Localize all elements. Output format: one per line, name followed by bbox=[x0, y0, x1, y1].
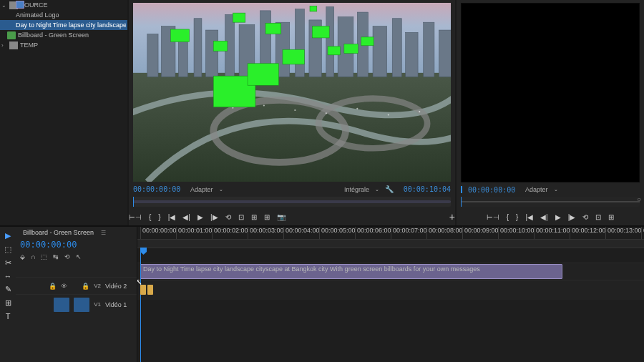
fit-dropdown[interactable]: Adapter bbox=[187, 185, 216, 194]
program-timecode-in[interactable] bbox=[468, 186, 519, 194]
svg-rect-20 bbox=[439, 30, 451, 77]
tl-tool-1[interactable]: ∩ bbox=[31, 253, 35, 260]
svg-rect-2 bbox=[147, 34, 158, 77]
playhead-head-icon[interactable] bbox=[140, 248, 147, 255]
tool-3[interactable]: ↔ bbox=[4, 272, 12, 280]
project-panel[interactable]: ⌄ SOURCE Animated Logo Day to Night Time… bbox=[0, 0, 127, 225]
clip-day-to-night[interactable]: Day to Night Time lapse city landscape c… bbox=[0, 20, 127, 30]
tool-0[interactable]: ▶ bbox=[5, 231, 11, 240]
insert[interactable]: ⊡ bbox=[238, 213, 244, 221]
step-fwd[interactable]: |▶ bbox=[210, 213, 218, 221]
go-out[interactable]: } bbox=[158, 213, 160, 221]
play-back[interactable]: ◀| bbox=[540, 213, 548, 221]
tool-4[interactable]: ✎ bbox=[5, 285, 11, 294]
time-ruler[interactable]: 00:00:00:0000:00:01:0000:00:02:0000:00:0… bbox=[137, 227, 644, 240]
collapse-arrow-icon[interactable]: › bbox=[1, 42, 7, 49]
timeline-toolbar: ⬙∩⬚↹⟲↖ bbox=[16, 251, 137, 263]
target-icon[interactable]: 🔒 bbox=[82, 283, 89, 290]
eye-icon[interactable]: 👁 bbox=[61, 283, 67, 290]
work-area-bar[interactable] bbox=[137, 240, 644, 248]
source-scrubber[interactable] bbox=[133, 197, 451, 207]
play-back[interactable]: ◀| bbox=[182, 213, 190, 221]
add-button[interactable]: + bbox=[449, 211, 455, 222]
svg-point-29 bbox=[419, 111, 420, 112]
ruler-tick: 00:00:03:00 bbox=[248, 227, 284, 239]
overwrite[interactable]: ⊞ bbox=[608, 213, 614, 221]
svg-rect-35 bbox=[328, 47, 340, 55]
play[interactable]: ▶ bbox=[555, 213, 561, 221]
track-v2[interactable]: Day to Night Time lapse city landscape c… bbox=[137, 263, 644, 280]
source-transport: ⊢⊣{}|◀◀|▶|▶⟲⊡⊞⊞📷 + bbox=[129, 208, 455, 225]
clip-on-v2[interactable]: Day to Night Time lapse city landscape c… bbox=[140, 264, 562, 279]
tl-tool-3[interactable]: ↹ bbox=[53, 253, 59, 260]
svg-rect-39 bbox=[248, 64, 278, 85]
overwrite[interactable]: ⊞ bbox=[251, 213, 257, 221]
out-point-handle[interactable] bbox=[147, 285, 153, 295]
in-out-handles[interactable] bbox=[140, 280, 155, 300]
scale-dropdown[interactable]: Intégrale bbox=[341, 185, 372, 194]
timeline-playhead[interactable] bbox=[140, 248, 141, 362]
svg-rect-18 bbox=[406, 32, 418, 77]
clip-animated-logo[interactable]: Animated Logo bbox=[0, 10, 127, 20]
ruler-tick: 00:00:08:00 bbox=[426, 227, 463, 239]
track-thumbnail bbox=[54, 298, 69, 312]
mark-in-out[interactable]: ⊢⊣ bbox=[487, 213, 499, 221]
svg-point-27 bbox=[356, 108, 358, 109]
timeline-timecode[interactable]: 00:00:00:00 bbox=[16, 238, 137, 251]
tl-tool-0[interactable]: ⬙ bbox=[20, 253, 25, 260]
ruler-tick: 00:00:01:00 bbox=[176, 227, 213, 239]
tab-close-icon[interactable]: ☰ bbox=[101, 230, 106, 236]
insert[interactable]: ⊡ bbox=[595, 213, 601, 221]
sequence-tab[interactable]: Billboard - Green Screen bbox=[20, 228, 97, 237]
in-point-handle[interactable] bbox=[140, 285, 146, 295]
tool-6[interactable]: T bbox=[6, 312, 11, 321]
clip-billboard-green[interactable]: Billboard - Green Screen bbox=[0, 30, 127, 40]
track-header-v1[interactable]: V1 Vidéo 1 bbox=[16, 294, 137, 314]
go-in[interactable]: { bbox=[507, 213, 509, 221]
program-scrubber[interactable]: ○ bbox=[461, 197, 640, 207]
timeline-panel[interactable]: 00:00:00:0000:00:01:0000:00:02:0000:00:0… bbox=[137, 227, 644, 362]
source-timecode-in[interactable] bbox=[133, 185, 185, 193]
go-out[interactable]: } bbox=[516, 213, 518, 221]
program-preview[interactable] bbox=[461, 3, 640, 182]
tool-2[interactable]: ✂ bbox=[5, 258, 11, 268]
video-clip-icon bbox=[16, 1, 24, 9]
tl-tool-2[interactable]: ⬚ bbox=[41, 253, 47, 260]
svg-rect-41 bbox=[310, 6, 317, 11]
playhead-icon bbox=[461, 186, 462, 193]
step-back[interactable]: |◀ bbox=[168, 213, 176, 221]
go-in[interactable]: { bbox=[149, 213, 151, 221]
tl-tool-5[interactable]: ↖ bbox=[76, 253, 82, 260]
play[interactable]: ▶ bbox=[197, 213, 203, 221]
svg-rect-1 bbox=[133, 73, 451, 182]
wrench-icon[interactable]: 🔧 bbox=[382, 185, 396, 194]
tl-tool-4[interactable]: ⟲ bbox=[64, 253, 70, 260]
step-fwd[interactable]: |▶ bbox=[568, 213, 576, 221]
svg-rect-19 bbox=[424, 22, 434, 77]
expand-arrow-icon[interactable]: ⌄ bbox=[1, 2, 7, 9]
loop[interactable]: ⟲ bbox=[225, 213, 231, 221]
svg-rect-16 bbox=[373, 26, 387, 77]
tool-1[interactable]: ⬚ bbox=[4, 245, 11, 254]
tool-5[interactable]: ⊞ bbox=[5, 298, 11, 308]
mark-in-out[interactable]: ⊢⊣ bbox=[129, 213, 142, 221]
track-header-v2[interactable]: 🔒 👁 🔒 V2 Vidéo 2 bbox=[16, 277, 137, 294]
loop[interactable]: ⟲ bbox=[582, 213, 588, 221]
svg-rect-33 bbox=[312, 26, 329, 38]
bin-temp[interactable]: › TEMP bbox=[0, 40, 127, 50]
snapshot[interactable]: 📷 bbox=[277, 213, 286, 221]
source-preview[interactable] bbox=[133, 3, 451, 182]
svg-point-28 bbox=[388, 114, 389, 115]
export-frame[interactable]: ⊞ bbox=[264, 213, 270, 221]
svg-point-26 bbox=[326, 112, 327, 114]
track-v1[interactable] bbox=[137, 280, 644, 300]
lock-icon[interactable]: 🔒 bbox=[49, 283, 57, 290]
svg-rect-36 bbox=[344, 44, 358, 54]
ruler-tick: 00:00 bbox=[641, 227, 644, 239]
program-fit-dropdown[interactable]: Adapter bbox=[522, 185, 551, 194]
svg-rect-30 bbox=[170, 29, 189, 41]
source-timecode-out[interactable] bbox=[399, 185, 451, 193]
ruler-tick: 00:00:00:00 bbox=[140, 227, 177, 239]
step-back[interactable]: |◀ bbox=[525, 213, 533, 221]
svg-rect-6 bbox=[205, 30, 218, 77]
